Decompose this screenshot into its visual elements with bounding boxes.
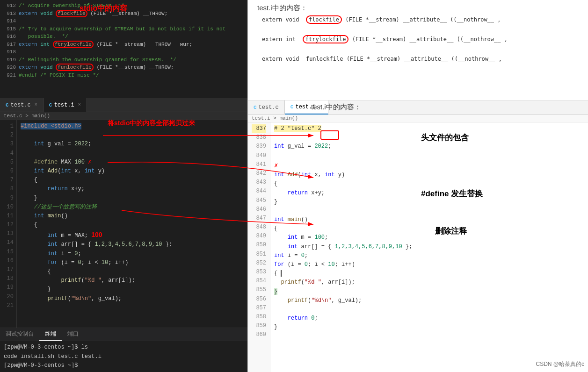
r-code-line-853: { bbox=[274, 269, 584, 278]
stdio-screenshot: 912/* Acquire ownership of STREAM. */ 91… bbox=[0, 0, 247, 98]
r-code-line-855: } bbox=[274, 287, 584, 296]
tab-test-i-left[interactable]: C test.i × bbox=[44, 98, 87, 112]
annotation-area: test.i中的内容： extern void flockfile (FILE … bbox=[257, 4, 579, 62]
breadcrumb-text: test.c > main() bbox=[4, 113, 50, 119]
right-line-numbers: 837 838839840841 842843844845 8468478488… bbox=[248, 122, 270, 372]
left-code-area[interactable]: #include <stdio.h> int g_val = 2022; #de… bbox=[17, 120, 247, 328]
code-line-2 bbox=[21, 131, 244, 140]
r-code-line-852: for (i = 0; i < 10; i++) bbox=[274, 260, 584, 269]
tab-close-test-c[interactable]: × bbox=[35, 102, 37, 107]
code-line-11: int main() bbox=[21, 212, 244, 221]
code-line-5: #define MAX 100 ✗ bbox=[21, 158, 244, 167]
right-editor: test.i > main() 837 838839840841 8428438… bbox=[248, 114, 588, 372]
tab-close-test-i[interactable]: × bbox=[78, 102, 81, 107]
r-code-line-841: ✗ bbox=[274, 160, 584, 171]
right-breadcrumb: test.i > main() bbox=[248, 114, 588, 122]
ftrylockfile-highlight: ftrylockfile bbox=[303, 35, 349, 43]
anno-code-line-1: extern void flockfile (FILE *__stream) _… bbox=[262, 16, 579, 23]
code-line-10: //这是一个故意写的注释 bbox=[21, 203, 244, 212]
code-line-13: int m = MAX; 100 bbox=[21, 229, 244, 240]
right-tab-bar: C test.c C test.i × bbox=[248, 100, 588, 114]
code-line-6: int Add(int x, int y) bbox=[21, 167, 244, 176]
r-code-line-849: int m = 100; bbox=[274, 233, 584, 242]
r-code-line-844: return x+y; bbox=[274, 189, 584, 198]
main-layout: stdio中的内容 912/* Acquire ownership of STR… bbox=[0, 0, 588, 372]
terminal-tab-debug[interactable]: 调试控制台 bbox=[0, 328, 39, 341]
right-breadcrumb-text: test.i > main() bbox=[252, 115, 298, 121]
terminal-line-3: [zpw@VM-0-3-centos ~]$ bbox=[4, 361, 244, 370]
right-anno-title: test.i中的内容： bbox=[257, 4, 579, 13]
code-line-12: { bbox=[21, 221, 244, 229]
right-tab-test-c[interactable]: C test.c bbox=[248, 100, 285, 114]
code-line-17: { bbox=[21, 267, 244, 276]
flockfile-highlight: flockfile bbox=[306, 15, 342, 24]
r-code-line-838 bbox=[274, 133, 584, 142]
r-code-line-847: int main() bbox=[274, 215, 584, 224]
r-code-line-859: } bbox=[274, 323, 584, 332]
r-code-line-848: { bbox=[274, 224, 584, 233]
r-code-line-851: int i = 0; bbox=[274, 251, 584, 260]
code-line-21 bbox=[21, 303, 244, 312]
code-line-4 bbox=[21, 149, 244, 158]
right-code-area[interactable]: # 2 "test.c" 2 int g_val = 2022; ✗ int A… bbox=[270, 122, 588, 372]
r-code-line-845: } bbox=[274, 198, 584, 207]
r-code-line-858: return 0; bbox=[274, 314, 584, 323]
r-code-line-856: printf("%d\n", g_val); bbox=[274, 296, 584, 305]
r-code-line-846 bbox=[274, 207, 584, 215]
terminal-tabs: 调试控制台 终端 端口 bbox=[0, 328, 247, 341]
right-tab-test-c-label: test.c bbox=[259, 104, 279, 111]
tab-label-test-c: test.c bbox=[11, 102, 31, 108]
code-line-3: int g_val = 2022; bbox=[21, 140, 244, 149]
left-editor: test.c > main() 12345 678910 1112131415 … bbox=[0, 112, 247, 328]
terminal-line-2: code install.sh test.c test.i bbox=[4, 352, 244, 361]
r-code-line-840 bbox=[274, 151, 584, 160]
code-line-9: } bbox=[21, 194, 244, 203]
code-line-15: int i = 0; bbox=[21, 250, 244, 258]
right-tab-test-i-label: test.i bbox=[295, 104, 315, 110]
terminal-tab-port[interactable]: 端口 bbox=[62, 328, 84, 341]
right-editor-content: 837 838839840841 842843844845 8468478488… bbox=[248, 122, 588, 372]
code-line-18: printf("%d ", arr[i]); bbox=[21, 276, 244, 285]
left-line-numbers: 12345 678910 1112131415 1617181920 21 bbox=[0, 120, 17, 328]
code-line-20: printf("%d\n", g_val); bbox=[21, 294, 244, 303]
code-line-16: for (i = 0; i < 10; i++) bbox=[21, 258, 244, 267]
left-breadcrumb: test.c > main() bbox=[0, 112, 247, 120]
code-line-7: { bbox=[21, 176, 244, 185]
code-line-8: return x+y; bbox=[21, 185, 244, 193]
tab-label-test-i: test.i bbox=[54, 102, 74, 108]
terminal-tab-terminal[interactable]: 终端 bbox=[39, 328, 62, 341]
code-line-1: #include <stdio.h> bbox=[21, 122, 244, 131]
r-code-line-837: # 2 "test.c" 2 bbox=[274, 124, 584, 133]
anno-code-line-2: extern int ftrylockfile (FILE *__stream)… bbox=[262, 36, 579, 43]
r-code-line-857 bbox=[274, 305, 584, 314]
r-code-line-854: printf("%d ", arr[i]); bbox=[274, 278, 584, 287]
r-code-line-839: int g_val = 2022; bbox=[274, 142, 584, 151]
right-tab-close[interactable]: × bbox=[319, 104, 322, 109]
r-code-line-860 bbox=[274, 332, 584, 341]
tab-test-c-left[interactable]: C test.c × bbox=[0, 98, 44, 112]
terminal-section: 调试控制台 终端 端口 [zpw@VM-0-3-centos ~]$ ls co… bbox=[0, 328, 247, 372]
right-top-annotation: test.i中的内容： extern void flockfile (FILE … bbox=[248, 0, 588, 100]
left-tab-bar: C test.c × C test.i × bbox=[0, 98, 247, 112]
terminal-line-1: [zpw@VM-0-3-centos ~]$ ls bbox=[4, 343, 244, 352]
r-code-line-850: int arr[] = { 1,2,3,4,5,6,7,8,9,10 }; bbox=[274, 243, 584, 251]
anno-code-line-3: extern void funlockfile (FILE *__stream)… bbox=[262, 56, 579, 62]
code-line-14: int arr[] = { 1,2,3,4,5,6,7,8,9,10 }; bbox=[21, 240, 244, 249]
code-line-19: } bbox=[21, 285, 244, 294]
left-pane: stdio中的内容 912/* Acquire ownership of STR… bbox=[0, 0, 248, 372]
r-code-line-843: { bbox=[274, 179, 584, 188]
right-tab-test-i[interactable]: C test.i × bbox=[285, 100, 328, 114]
terminal-content[interactable]: [zpw@VM-0-3-centos ~]$ ls code install.s… bbox=[0, 341, 247, 372]
stdio-container: stdio中的内容 912/* Acquire ownership of STR… bbox=[0, 0, 247, 98]
funlockfile-text: funlockfile bbox=[306, 56, 343, 62]
r-code-line-842: int Add(int x, int y) bbox=[274, 171, 584, 179]
left-editor-content: 12345 678910 1112131415 1617181920 21 #i… bbox=[0, 120, 247, 328]
right-pane: test.i中的内容： extern void flockfile (FILE … bbox=[248, 0, 588, 372]
